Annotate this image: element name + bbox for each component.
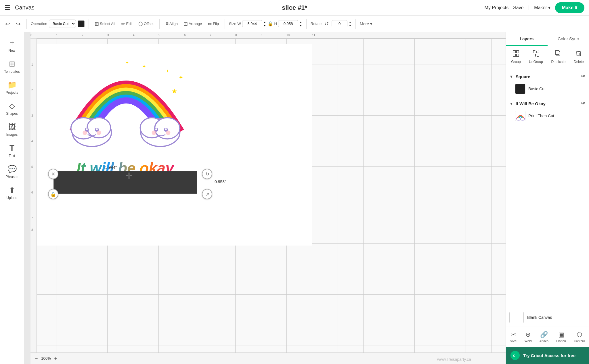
design-container[interactable]: ✦ ✦ ✦ ★ ✦ [53,53,197,152]
select-all-label: Select All [100,22,115,26]
zoom-out-button[interactable]: − [35,356,38,361]
delete-action[interactable]: Delete [571,48,587,66]
tab-layers[interactable]: Layers [506,32,548,46]
arrange-button[interactable]: ⊡ Arrange [182,20,204,28]
edit-button[interactable]: ✏ Edit [119,20,134,28]
sidebar-item-phrases[interactable]: 💬 Phrases [1,162,23,182]
layer-item-basic-cut[interactable]: Basic Cut [506,81,589,96]
stepper-up-h[interactable]: ▲▼ [299,21,302,27]
sidebar-item-new-label: New [8,49,15,53]
chevron-down-icon-2: ▼ [509,101,513,106]
align-button[interactable]: ≡ Align [164,20,179,28]
sidebar-item-projects[interactable]: 📁 Projects [1,78,23,97]
rotate-group: Rotate ↺ ▲▼ [311,20,351,28]
duplicate-action[interactable]: Duplicate [548,48,568,66]
eye-icon-okay[interactable]: 👁 [581,101,586,106]
lock-icon[interactable]: 🔒 [267,21,273,26]
toolbar-divider-2 [89,19,89,29]
zoom-level: 100% [41,356,51,361]
attach-icon: 🔗 [540,331,548,338]
sidebar-item-templates[interactable]: ⊞ Templates [1,57,23,76]
lock-handle[interactable]: 🔒 [48,189,58,199]
new-icon: ＋ [8,37,16,47]
sidebar-item-shapes[interactable]: ◇ Shapes [1,99,23,118]
svg-text:✦: ✦ [179,74,183,81]
redo-button[interactable]: ↪ [14,19,22,28]
zoom-in-button[interactable]: + [54,356,57,361]
rotate-label: Rotate [311,22,322,26]
layer-item-basic-cut-name: Basic Cut [528,87,586,91]
attach-label: Attach [540,339,548,343]
ruler-mark-11: 11 [312,34,315,37]
tab-color-sync[interactable]: Color Sync [548,32,589,46]
layer-item-print-then-cut[interactable]: Print Then Cut [506,108,589,123]
canvas-inner[interactable]: 1 2 3 4 5 6 7 8 ✦ ✦ ✦ ★ ✦ [30,39,506,352]
layer-group-okay: ▼ It Will Be Okay 👁 [506,97,589,124]
ruler-left-1: 1 [31,63,33,66]
toolbar-divider-1 [26,19,27,29]
sidebar-item-upload-label: Upload [6,196,17,200]
select-all-button[interactable]: ⊞ Select All [93,20,117,28]
slice-tool[interactable]: ✂ Slice [508,329,519,344]
contour-label: Contour [574,339,585,343]
layer-group-square-header[interactable]: ▼ Square 👁 [506,72,589,81]
flip-button[interactable]: ⇔ Flip [206,20,221,28]
layer-group-square: ▼ Square 👁 Basic Cut [506,70,589,97]
maker-button[interactable]: Maker ▾ [534,5,550,10]
rotate-input[interactable] [332,20,347,27]
sidebar-item-shapes-label: Shapes [6,112,18,116]
duplicate-icon [555,50,562,59]
svg-point-11 [96,128,98,130]
main-layout: ＋ New ⊞ Templates 📁 Projects ◇ Shapes 🖼 … [0,32,589,364]
right-panel: Layers Color Sync Group UnGroup Dupli [506,32,589,364]
eye-icon-square[interactable]: 👁 [581,74,586,79]
my-projects-button[interactable]: My Projects [485,5,509,10]
cta-bar[interactable]: c Try Cricut Access for free [506,347,589,364]
attach-tool[interactable]: 🔗 Attach [537,329,551,344]
make-it-button[interactable]: Make It [555,2,584,13]
projects-icon: 📁 [7,81,17,89]
right-tabs: Layers Color Sync [506,32,589,46]
blank-canvas-section[interactable]: Blank Canvas [506,308,589,327]
color-swatch[interactable] [78,20,85,27]
more-button[interactable]: More ▾ [360,22,372,26]
ruler-mark-4: 4 [133,34,135,37]
flatten-tool[interactable]: ▣ Flatten [554,329,568,344]
close-handle[interactable]: ✕ [48,169,58,179]
topbar-divider: | [528,5,530,11]
sidebar-item-new[interactable]: ＋ New [1,35,23,55]
resize-handle[interactable]: ↗ [202,189,212,199]
operation-select[interactable]: Basic Cut [49,20,76,28]
rotate-icon-btn[interactable]: ↺ [323,20,330,28]
stepper-up[interactable]: ▲▼ [263,21,266,27]
slice-icon: ✂ [511,331,516,338]
height-input[interactable] [278,20,298,27]
contour-tool[interactable]: ⬡ Contour [571,329,587,344]
layer-group-okay-header[interactable]: ▼ It Will Be Okay 👁 [506,99,589,108]
blank-canvas-label: Blank Canvas [527,315,552,320]
undo-button[interactable]: ↩ [3,19,12,28]
save-button[interactable]: Save [513,5,523,10]
canvas-area[interactable]: 0 1 2 3 4 5 6 7 8 9 10 11 1 2 3 4 5 6 7 [24,32,506,364]
weld-tool[interactable]: ⊕ Weld [522,329,534,344]
ruler-mark-9: 9 [261,34,263,37]
offset-button[interactable]: ⬡ Offset [137,20,155,28]
ruler-mark-8: 8 [235,34,237,37]
chevron-down-icon: ▾ [548,5,550,10]
rainbow-design: ✦ ✦ ✦ ★ ✦ [53,53,197,151]
rotate-stepper[interactable]: ▲▼ [349,21,351,27]
group-action[interactable]: Group [508,48,523,66]
sidebar-item-upload[interactable]: ⬆ Upload [1,183,23,203]
rotate-handle[interactable]: ↻ [202,169,212,179]
width-input[interactable] [242,20,262,27]
selected-rectangle[interactable] [53,171,197,194]
phrases-icon: 💬 [7,165,17,174]
edit-label: Edit [126,22,133,26]
sidebar-item-images[interactable]: 🖼 Images [1,120,23,139]
select-all-icon: ⊞ [95,21,99,27]
layer-thumb-basic-cut [515,84,525,94]
hamburger-icon[interactable]: ☰ [5,4,10,12]
sidebar-item-text[interactable]: T Text [1,141,23,161]
weld-label: Weld [525,339,532,343]
ungroup-action[interactable]: UnGroup [526,48,546,66]
